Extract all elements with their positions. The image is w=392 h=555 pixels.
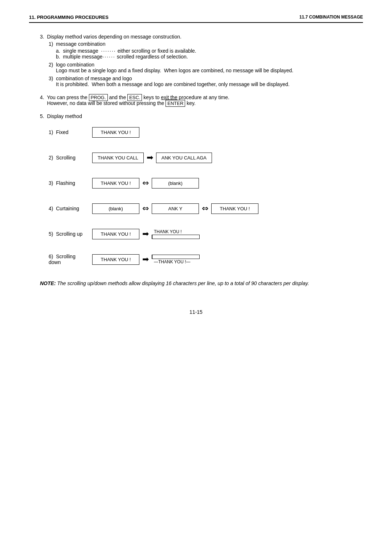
note-section: NOTE: The scrolling up/down methods allo… (40, 280, 363, 287)
page-header: 11. PROGRAMMING PROCEDURES 11.7 COMBINAT… (29, 15, 363, 20)
scrolling-up-top-label: THANK YOU ! (152, 229, 200, 234)
method-scrolling-down-label: 6) Scrolling down (49, 254, 92, 265)
item-5: 5. Display method 1) Fixed THANK YOU ! 2… (40, 113, 363, 269)
method-fixed: 1) Fixed THANK YOU ! (49, 123, 363, 142)
flashing-box-1: THANK YOU ! (92, 178, 139, 189)
curtaining-box-2: ANK Y (152, 203, 199, 214)
header-divider (29, 22, 363, 23)
method-scrolling-label: 2) Scrolling (49, 155, 92, 161)
item-5-header: 5. Display method (40, 113, 363, 119)
method-fixed-label: 1) Fixed (49, 129, 92, 135)
sub-sub-list-1: a. single message ······· either scrolli… (49, 48, 363, 60)
left-right-arrow-3: ⇔ (202, 204, 208, 213)
flashing-box-2: (blank) (152, 178, 199, 189)
scrolling-down-bottom-label: —THANK YOU !— (152, 259, 200, 264)
main-content: 3. Display method varios depending on me… (29, 34, 363, 287)
sub-sub-b: b. multiple message······ scrolled regar… (56, 54, 363, 60)
page-number: 11-15 (29, 309, 363, 315)
right-arrow-1: ➡ (147, 153, 153, 162)
item-3-header: 3. Display method varios depending on me… (40, 34, 363, 40)
sub-item-2-body: Logo must be a single logo and a fixed d… (56, 68, 293, 73)
curtaining-box-3: THANK YOU ! (211, 203, 258, 214)
method-curtaining: 4) Curtaining (blank) ⇔ ANK Y ⇔ THANK YO… (49, 199, 363, 218)
method-scrolling-up-label: 5) Scrolling up (49, 231, 92, 237)
item-4-text-2: and the (108, 94, 128, 100)
scrolling-up-right: THANK YOU ! (152, 229, 200, 239)
method-curtaining-label: 4) Curtaining (49, 206, 92, 211)
sub-item-2: 2) logo combination Logo must be a singl… (49, 62, 363, 73)
section-title: 11.7 COMBINATION MESSAGE (299, 15, 363, 20)
left-right-arrow-1: ⇔ (142, 178, 149, 188)
chapter-title: 11. PROGRAMMING PROCEDURES (29, 15, 109, 20)
method-flashing-label: 3) Flashing (49, 180, 92, 186)
enter-key: ENTER (166, 100, 185, 107)
method-scrolling: 2) Scrolling THANK YOU CALL ➡ ANK YOU CA… (49, 148, 363, 167)
scrolling-down-right: —THANK YOU !— (152, 255, 200, 264)
method-scrolling-down: 6) Scrolling down THANK YOU ! ➡ —THANK Y… (49, 250, 363, 269)
sub-sub-a: a. single message ······· either scrolli… (56, 48, 363, 54)
note-bold: NOTE: (40, 280, 56, 286)
method-scrolling-up: 5) Scrolling up THANK YOU ! ➡ THANK YOU … (49, 224, 363, 243)
scrolling-up-mid (152, 235, 200, 239)
scrolling-up-box-1: THANK YOU ! (92, 229, 139, 239)
method-flashing: 3) Flashing THANK YOU ! ⇔ (blank) (49, 174, 363, 193)
scrolling-box-1: THANK YOU CALL (92, 153, 144, 163)
note-text: The scrolling up/down methods allow disp… (57, 280, 309, 286)
scrolling-down-mid (152, 255, 200, 259)
scrolling-up-box-2 (152, 235, 200, 239)
item-3-sublist: 1) message combination a. single message… (40, 41, 363, 87)
left-right-arrow-2: ⇔ (142, 204, 149, 213)
item-4-text-1: 4. You can press the (40, 94, 89, 100)
curtaining-box-1: (blank) (92, 203, 139, 214)
right-arrow-2: ➡ (142, 229, 149, 239)
scrolling-down-box-1: THANK YOU ! (92, 254, 139, 265)
right-arrow-3: ➡ (142, 255, 149, 264)
item-3: 3. Display method varios depending on me… (40, 34, 363, 87)
sub-item-3-body: It is prohibited. When both a message an… (56, 81, 290, 87)
sub-item-3: 3) combination of message and logo It is… (49, 76, 363, 87)
scrolling-down-box-2 (152, 255, 200, 259)
scrolling-box-2: ANK YOU CALL AGA (156, 153, 212, 163)
item-4: 4. You can press the PROG. and the ESC. … (40, 94, 363, 106)
sub-item-1: 1) message combination a. single message… (49, 41, 363, 60)
fixed-box: THANK YOU ! (92, 127, 139, 138)
display-methods: 1) Fixed THANK YOU ! 2) Scrolling THANK … (40, 123, 363, 269)
item-4-text-4: key. (187, 100, 196, 106)
